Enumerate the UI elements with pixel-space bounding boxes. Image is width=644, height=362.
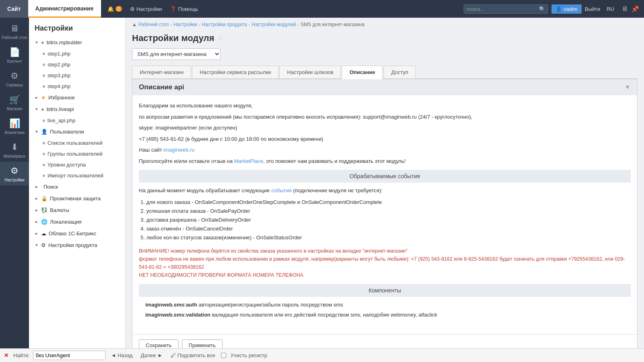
left-nav-title: Настройки <box>29 18 125 37</box>
find-forward-button[interactable]: Далее ► <box>138 352 165 359</box>
tab-gateways[interactable]: Настройки шлюзов <box>279 66 341 78</box>
find-back-button[interactable]: ◄ Назад <box>109 352 135 359</box>
desc-line4: +7 (495) 543-81-62 (в будние дни с 10:00… <box>139 135 631 143</box>
arrow-product-settings: ▼ <box>35 243 39 247</box>
nav-group-icon-users: 👤 <box>41 129 47 135</box>
sidebar-item-desktop[interactable]: 🖥 Рабочий стол <box>0 19 29 43</box>
event-item-0: 1. для нового заказа - OnSaleComponentOr… <box>140 198 631 207</box>
highlight-all-button[interactable]: 🖊 Подсветить все <box>168 352 218 359</box>
nav-item-user-list[interactable]: Список пользователей <box>29 138 125 148</box>
components-section: imaginweb.sms:auth авторизация/регистрац… <box>139 301 631 328</box>
arrow-cloud: ► <box>35 231 39 236</box>
events-link[interactable]: события <box>271 187 292 193</box>
events-intro: На данный момент модуль обрабатывает сле… <box>139 187 631 195</box>
nav-group-icon-cloud: ☁ <box>41 230 46 237</box>
breadcrumb-settings[interactable]: Настройки <box>173 22 197 27</box>
pin-icon[interactable]: 📌 <box>630 5 641 13</box>
admin-button[interactable]: Администрирование <box>28 0 101 18</box>
nav-item-step3[interactable]: step3.php <box>29 70 125 81</box>
nav-item-user-groups[interactable]: Группы пользователей <box>29 148 125 159</box>
find-close-icon[interactable]: ✕ <box>4 352 8 358</box>
module-select[interactable]: SMS для интернет-магазина <box>132 48 221 60</box>
save-button[interactable]: Сохранить <box>139 339 179 348</box>
nav-item-step4[interactable]: step4.php <box>29 81 125 92</box>
sidebar-item-settings[interactable]: ⚙ Настройки <box>0 162 29 185</box>
analytics-sidebar-icon: 📊 <box>9 118 20 129</box>
site-button[interactable]: Сайт <box>0 0 28 18</box>
tab-shop[interactable]: Интернет-магазин <box>132 66 191 78</box>
case-sensitive-checkbox[interactable] <box>221 353 226 358</box>
tab-mailing[interactable]: Настройки сервиса рассылки <box>192 66 279 78</box>
marketplace-sidebar-icon: ⬇ <box>11 142 18 152</box>
favorite-star-icon[interactable]: ☆ <box>217 34 224 43</box>
language-button[interactable]: RU <box>603 6 617 12</box>
nav-item-access-levels[interactable]: Уровни доступа <box>29 159 125 170</box>
desc-line3: skype: imaginwebpartner (если доступен) <box>139 124 631 132</box>
component1-desc: авторизация/регистрации/забыли пароль по… <box>197 302 343 308</box>
topbar: Сайт Администрирование 🔔 2 ⚙ Настройки ❓… <box>0 0 644 18</box>
nav-group-users: ▼ 👤 Пользователи Список пользователей Гр… <box>29 126 125 181</box>
events-list: 1. для нового заказа - OnSaleComponentOr… <box>140 198 631 242</box>
nav-group-header-currencies[interactable]: ► 💱 Валюты <box>29 204 125 216</box>
event-item-1: 2. успешная оплата заказа - OnSalePayOrd… <box>140 207 631 216</box>
marketplace-link[interactable]: MarketPlace <box>234 158 263 164</box>
sidebar-item-analytics[interactable]: 📊 Аналитика <box>0 114 29 138</box>
user-menu-button[interactable]: 👤 vadim <box>551 4 582 14</box>
settings-nav-button[interactable]: ⚙ Настройки <box>127 4 165 14</box>
breadcrumb-desktop[interactable]: Рабочий стол <box>138 22 169 27</box>
nav-group-cloud: ► ☁ Облако 1С-Битрикс <box>29 228 125 239</box>
component-item-2: imaginweb.sms:validation валидация польз… <box>145 311 624 319</box>
nav-group-header-search[interactable]: ► Поиск <box>29 181 125 193</box>
logout-button[interactable]: Выйти <box>582 6 604 12</box>
apply-button[interactable]: Применить <box>182 339 223 348</box>
warning-block: ВНИМАНИЕ! номер телефона берётся из свой… <box>139 247 631 279</box>
settings-sidebar-icon: ⚙ <box>10 166 19 176</box>
find-input[interactable] <box>33 351 105 360</box>
nav-group-localization: ► 🌐 Локализация <box>29 216 125 228</box>
imaginweb-link[interactable]: imaginweb.ru <box>163 147 194 153</box>
dot-access <box>43 164 45 166</box>
component1-name: imaginweb.sms:auth <box>145 302 197 308</box>
nav-item-step1[interactable]: step1.php <box>29 48 125 59</box>
notifications-button[interactable]: 🔔 2 <box>104 4 125 14</box>
find-bar: ✕ Найти: ◄ Назад Далее ► 🖊 Подсветить вс… <box>0 348 644 362</box>
nav-group-header-liveapi[interactable]: ▼ ● bitrix.liveapi <box>29 103 125 115</box>
sidebar-item-label-desktop: Рабочий стол <box>2 35 27 40</box>
nav-group-header-favorites[interactable]: ► ★ Избранное <box>29 92 125 103</box>
dot-step3 <box>43 74 45 77</box>
nav-group-header-proactive[interactable]: ► 🔒 Проактивная защита <box>29 193 125 204</box>
module-selector-container: SMS для интернет-магазина <box>126 48 644 66</box>
chevron-down-icon[interactable]: ▼ <box>624 84 631 91</box>
sidebar-item-content[interactable]: 📄 Контент <box>0 43 29 67</box>
sidebar: 🖥 Рабочий стол 📄 Контент ⚙ Сервисы 🛒 Маг… <box>0 18 29 348</box>
services-sidebar-icon: ⚙ <box>10 71 19 81</box>
arrow-mpbuilder: ▼ <box>35 40 39 45</box>
nav-group-header-product-settings[interactable]: ▼ ⚙ Настройки продукта <box>29 239 125 251</box>
nav-group-header-cloud[interactable]: ► ☁ Облако 1С-Битрикс <box>29 228 125 239</box>
tab-description[interactable]: Описание <box>342 66 383 79</box>
dot-import <box>43 175 45 177</box>
arrow-localization: ► <box>35 220 39 224</box>
nav-group-icon-currencies: 💱 <box>41 207 47 213</box>
component2-name: imaginweb.sms:validation <box>145 312 211 318</box>
nav-group-icon-liveapi: ● <box>41 106 44 112</box>
breadcrumb-modules[interactable]: Настройки модулей <box>252 22 296 27</box>
nav-item-import-users[interactable]: Импорт пользователей <box>29 170 125 181</box>
desktop-icon[interactable]: 🖥 <box>620 5 630 12</box>
nav-group-header-users[interactable]: ▼ 👤 Пользователи <box>29 126 125 138</box>
arrow-currencies: ► <box>35 208 39 212</box>
nav-item-step2[interactable]: step2.php <box>29 59 125 70</box>
search-input[interactable] <box>466 6 539 12</box>
sidebar-item-marketplace[interactable]: ⬇ Marketplace <box>0 138 29 162</box>
case-label: Учесть регистр <box>231 352 267 358</box>
breadcrumb-product[interactable]: Настройки продукта <box>202 22 247 27</box>
sidebar-item-shop[interactable]: 🛒 Магазин <box>0 90 29 114</box>
nav-group-header-mpbuilder[interactable]: ▼ ● bitrix.mpbuilder <box>29 37 125 48</box>
sidebar-item-services[interactable]: ⚙ Сервисы <box>0 67 29 90</box>
nav-group-header-localization[interactable]: ► 🌐 Локализация <box>29 216 125 228</box>
sidebar-item-label-content: Контент <box>7 59 22 64</box>
tab-access[interactable]: Доступ <box>384 66 416 78</box>
help-button[interactable]: ❓ Помощь <box>167 4 201 14</box>
nav-item-liveapi[interactable]: live_api.php <box>29 115 125 126</box>
notifications-badge: 2 <box>116 6 122 12</box>
